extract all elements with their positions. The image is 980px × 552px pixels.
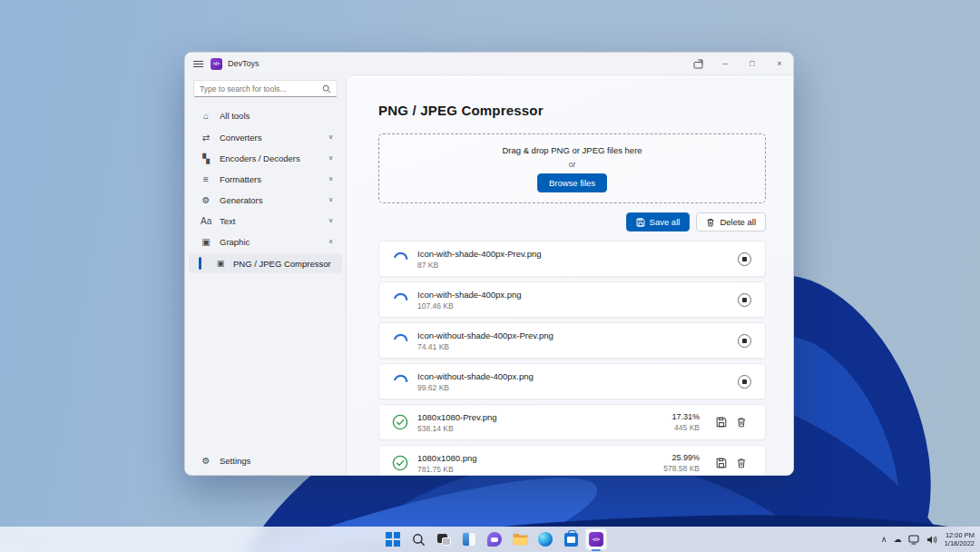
save-icon: [716, 417, 727, 428]
converters-icon: ⇄: [201, 133, 211, 143]
file-row: 1080x1080-Prev.png 538.14 KB 17.31% 445 …: [378, 404, 766, 440]
progress-spinner-icon: [392, 332, 408, 349]
network-icon[interactable]: [908, 535, 920, 545]
sidebar-nav-list: ⇄ Converters ∨ ▚ Encoders / Decoders ∨ ≡: [185, 126, 346, 252]
maximize-button[interactable]: □: [739, 53, 766, 74]
search-input[interactable]: [200, 84, 322, 94]
file-row: Icon-without-shade-400px.png 99.62 KB: [378, 363, 766, 399]
dropzone-instruction: Drag & drop PNG or JPEG files here: [502, 145, 642, 155]
file-row: Icon-with-shade-400px.png 107.46 KB: [378, 281, 766, 318]
file-name: 1080x1080-Prev.png: [417, 412, 497, 422]
file-name: 1080x1080.png: [417, 453, 477, 463]
sidebar-item-formatters[interactable]: ≡ Formatters ∨: [189, 169, 342, 189]
desktop: </> DevToys – □ ×: [0, 0, 980, 552]
dropzone-or-text: or: [569, 160, 576, 169]
sidebar-item-converters[interactable]: ⇄ Converters ∨: [189, 127, 342, 147]
minimize-button[interactable]: –: [711, 53, 739, 74]
file-explorer-button[interactable]: [509, 528, 531, 550]
sidebar-item-label: Converters: [220, 133, 261, 143]
sidebar-item-png-jpeg-compressor[interactable]: ▣ PNG / JPEG Compressor: [189, 253, 342, 273]
devtoys-icon: </>: [589, 532, 603, 547]
save-all-button[interactable]: Save all: [626, 212, 691, 232]
success-check-icon: [392, 455, 408, 471]
clock-date: 1/18/2022: [945, 539, 975, 547]
chevron-icon[interactable]: ∨: [328, 154, 333, 162]
taskbar-clock[interactable]: 12:00 PM 1/18/2022: [945, 531, 975, 547]
store-icon: [564, 533, 577, 547]
chat-icon: [487, 532, 502, 547]
compression-ratio: 17.31%: [671, 412, 700, 421]
browse-files-button[interactable]: Browse files: [537, 173, 607, 192]
chat-button[interactable]: [484, 528, 505, 550]
search-icon: [411, 533, 425, 547]
generators-icon: ⚙: [201, 195, 211, 205]
taskbar-devtoys-button[interactable]: </>: [585, 528, 607, 550]
sidebar: ⌂ All tools ⇄ Converters ∨ ▚ En: [185, 74, 346, 475]
success-check-icon: [392, 414, 408, 430]
close-button[interactable]: ×: [766, 53, 793, 74]
file-row: Icon-with-shade-400px-Prev.png 87 KB: [378, 241, 766, 277]
delete-all-button[interactable]: Delete all: [696, 212, 766, 232]
chevron-icon[interactable]: ∧: [328, 238, 333, 245]
image-icon: ▣: [215, 259, 226, 268]
delete-file-button[interactable]: [731, 412, 751, 432]
text-icon: Aa: [201, 216, 211, 226]
save-file-button[interactable]: [711, 412, 731, 432]
cancel-compression-button[interactable]: [738, 293, 751, 307]
file-list: Icon-with-shade-400px-Prev.png 87 KB: [378, 241, 766, 475]
delete-file-button[interactable]: [731, 453, 751, 473]
progress-spinner-icon: [392, 251, 408, 267]
onedrive-cloud-icon[interactable]: ☁: [894, 535, 902, 544]
compression-ratio: 25.99%: [663, 453, 700, 462]
cancel-compression-button[interactable]: [738, 252, 751, 266]
home-icon: ⌂: [201, 111, 211, 121]
selected-indicator: [199, 257, 201, 270]
sidebar-item-settings[interactable]: ⚙ Settings: [189, 450, 342, 470]
chevron-icon[interactable]: ∨: [328, 217, 333, 224]
graphic-icon: ▣: [201, 237, 211, 247]
cancel-compression-button[interactable]: [738, 334, 751, 348]
sidebar-item-label: Graphic: [220, 237, 250, 247]
sidebar-item-encoders-decoders[interactable]: ▚ Encoders / Decoders ∨: [189, 148, 342, 168]
trash-icon: [736, 458, 747, 468]
chevron-icon[interactable]: ∨: [328, 175, 333, 182]
sidebar-item-label: All tools: [220, 111, 250, 121]
file-name: Icon-with-shade-400px.png: [417, 290, 522, 300]
task-view-button[interactable]: [433, 528, 455, 550]
windows-logo-icon: [386, 532, 400, 547]
compressed-size: 445 KB: [671, 423, 700, 432]
compressed-size: 578.58 KB: [663, 464, 700, 473]
compact-overlay-icon[interactable]: [684, 53, 711, 74]
volume-icon[interactable]: [926, 535, 938, 545]
file-size: 87 KB: [417, 261, 542, 270]
sidebar-item-label: PNG / JPEG Compressor: [233, 259, 331, 269]
file-size: 74.41 KB: [417, 342, 554, 351]
taskbar-search-button[interactable]: [407, 528, 429, 550]
sidebar-item-graphic[interactable]: ▣ Graphic ∧: [189, 232, 342, 251]
store-button[interactable]: [560, 528, 582, 550]
file-name: Icon-without-shade-400px-Prev.png: [417, 330, 554, 340]
save-file-button[interactable]: [711, 453, 731, 473]
start-button[interactable]: [382, 528, 404, 550]
sidebar-item-all-tools[interactable]: ⌂ All tools: [189, 105, 342, 125]
file-size: 107.46 KB: [417, 301, 522, 310]
chevron-icon[interactable]: ∨: [328, 133, 333, 141]
widgets-button[interactable]: [458, 528, 480, 550]
formatters-icon: ≡: [201, 174, 211, 184]
edge-button[interactable]: [534, 528, 556, 550]
sidebar-item-label: Formatters: [220, 174, 261, 184]
file-dropzone[interactable]: Drag & drop PNG or JPEG files here or Br…: [378, 133, 766, 203]
file-row: Icon-without-shade-400px-Prev.png 74.41 …: [378, 322, 766, 359]
sidebar-item-generators[interactable]: ⚙ Generators ∨: [189, 190, 342, 210]
sidebar-item-text[interactable]: Aa Text ∨: [189, 211, 342, 231]
tray-chevron-icon[interactable]: ∧: [881, 535, 887, 544]
taskbar: </> ∧ ☁ 12:00 PM 1/18/2022: [0, 527, 980, 552]
sidebar-item-label: Encoders / Decoders: [220, 153, 300, 163]
hamburger-menu-icon[interactable]: [185, 59, 211, 69]
file-name: Icon-without-shade-400px.png: [417, 371, 534, 381]
system-tray: ∧ ☁ 12:00 PM 1/18/2022: [881, 527, 975, 552]
chevron-icon[interactable]: ∨: [328, 196, 333, 203]
cancel-compression-button[interactable]: [738, 375, 751, 389]
tool-search-box[interactable]: [193, 80, 338, 97]
gear-icon: ⚙: [201, 456, 211, 466]
